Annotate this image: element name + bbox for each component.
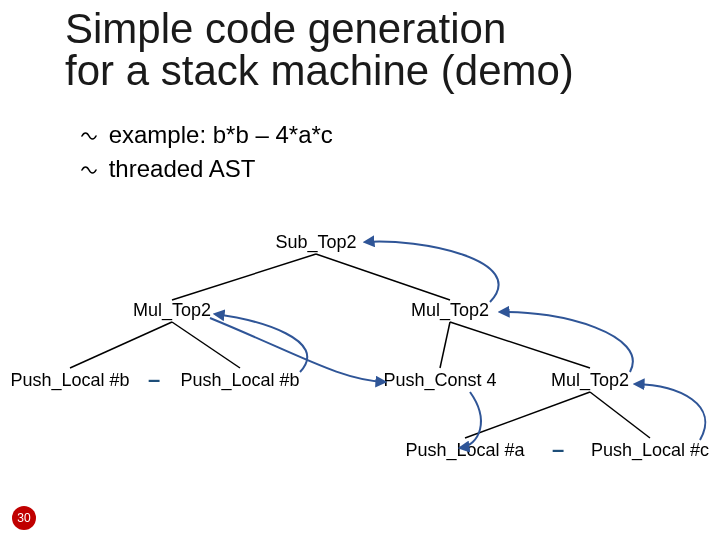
bullet-item: threaded AST	[80, 152, 333, 186]
ast-node-right: Mul_Top2	[400, 300, 500, 321]
title-line-1: Simple code generation	[65, 5, 506, 52]
title-line-2: for a stack machine (demo)	[65, 47, 574, 94]
bullet-item: example: b*b – 4*a*c	[80, 118, 333, 152]
ast-node-rl: Push_Const 4	[370, 370, 510, 391]
ast-node-left: Mul_Top2	[122, 300, 222, 321]
ast-node-rrl: Push_Local #a	[390, 440, 540, 461]
ast-node-rr: Mul_Top2	[540, 370, 640, 391]
ast-node-rrr: Push_Local #c	[575, 440, 720, 461]
slide: Simple code generation for a stack machi…	[0, 0, 720, 540]
bullet-icon	[80, 119, 102, 151]
ast-node-root: Sub_Top2	[266, 232, 366, 253]
bullet-icon	[80, 153, 102, 185]
slide-title: Simple code generation for a stack machi…	[65, 8, 574, 92]
ast-node-lr: Push_Local #b	[170, 370, 310, 391]
page-number-badge: 30	[12, 506, 36, 530]
bullet-list: example: b*b – 4*a*c threaded AST	[80, 118, 333, 186]
sibling-dash: –	[552, 437, 564, 463]
bullet-text: example: b*b – 4*a*c	[109, 121, 333, 148]
ast-node-ll: Push_Local #b	[0, 370, 140, 391]
bullet-text: threaded AST	[109, 155, 256, 182]
sibling-dash: –	[148, 367, 160, 393]
